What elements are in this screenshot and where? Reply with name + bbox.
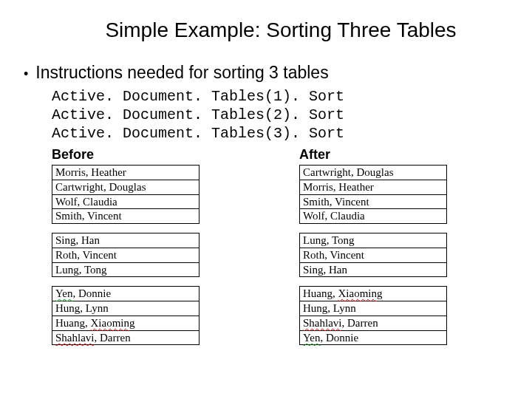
bullet-text: Instructions needed for sorting 3 tables (35, 63, 328, 83)
columns-wrapper: Before Morris, Heather Cartwright, Dougl… (52, 147, 510, 354)
cell-text: Huang, (303, 287, 338, 299)
table-row: Hung, Lynn (300, 301, 447, 316)
cell: Yen, Donnie (300, 330, 447, 345)
cell: Smith, Vincent (300, 194, 447, 209)
cell: Lung, Tong (52, 262, 200, 277)
table-row: Huang, Xiaoming (52, 316, 200, 330)
spell-marker: Xiaoming (338, 287, 383, 299)
table-row: Roth, Vincent (52, 248, 200, 262)
after-header: After (299, 147, 495, 163)
cell: Sing, Han (300, 262, 447, 277)
table-row: Huang, Xiaoming (300, 287, 447, 301)
table-row: Yen, Donnie (52, 287, 200, 301)
code-block: Active. Document. Tables(1). Sort Active… (52, 87, 510, 143)
table-row: Wolf, Claudia (52, 194, 200, 209)
spell-marker: Shahlavi (55, 332, 95, 344)
before-table-2: Sing, Han Roth, Vincent Lung, Tong (52, 233, 200, 277)
table-row: Smith, Vincent (300, 194, 447, 209)
table-row: Lung, Tong (52, 262, 200, 277)
slide-title: Simple Example: Sorting Three Tables (22, 18, 510, 42)
cell: Roth, Vincent (52, 248, 200, 262)
after-table-3: Huang, Xiaoming Hung, Lynn Shahlavi, Dar… (299, 286, 447, 345)
before-table-1: Morris, Heather Cartwright, Douglas Wolf… (52, 165, 200, 224)
table-row: Hung, Lynn (52, 301, 200, 316)
before-header: Before (52, 147, 248, 163)
table-row: Shahlavi, Darren (300, 316, 447, 330)
table-row: Morris, Heather (52, 166, 200, 180)
cell: Hung, Lynn (52, 301, 200, 316)
cell: Huang, Xiaoming (52, 316, 200, 330)
table-row: Sing, Han (52, 233, 200, 248)
cell: Morris, Heather (300, 180, 447, 194)
before-table-3: Yen, Donnie Hung, Lynn Huang, Xiaoming S… (52, 286, 200, 345)
cell: Wolf, Claudia (300, 209, 447, 224)
cell-text: , Donnie (321, 332, 359, 344)
cell: Morris, Heather (52, 166, 200, 180)
cell: Shahlavi, Darren (52, 330, 200, 345)
cell: Lung, Tong (300, 233, 447, 248)
table-row: Shahlavi, Darren (52, 330, 200, 345)
after-column: After Cartwright, Douglas Morris, Heathe… (299, 147, 495, 354)
cell-text: Huang, (55, 317, 91, 329)
table-row: Morris, Heather (300, 180, 447, 194)
cell: Smith, Vincent (52, 209, 200, 224)
cell: Shahlavi, Darren (300, 316, 447, 330)
table-row: Yen, Donnie (300, 330, 447, 345)
table-row: Cartwright, Douglas (300, 166, 447, 180)
cell: Yen, Donnie (52, 287, 200, 301)
cell-text: , Darren (342, 317, 378, 329)
bullet-icon: • (24, 67, 28, 81)
before-column: Before Morris, Heather Cartwright, Dougl… (52, 147, 248, 354)
cell-text: , Darren (95, 332, 131, 344)
table-row: Sing, Han (300, 262, 447, 277)
code-line-3: Active. Document. Tables(3). Sort (52, 124, 510, 143)
spell-marker: Shahlavi (303, 317, 342, 329)
table-row: Roth, Vincent (300, 248, 447, 262)
cell: Hung, Lynn (300, 301, 447, 316)
proof-marker: Yen (303, 332, 321, 344)
table-row: Lung, Tong (300, 233, 447, 248)
proof-marker: Yen (55, 287, 73, 299)
cell-text: , Donnie (73, 287, 112, 299)
after-table-2: Lung, Tong Roth, Vincent Sing, Han (299, 233, 447, 277)
table-row: Cartwright, Douglas (52, 180, 200, 194)
cell: Roth, Vincent (300, 248, 447, 262)
cell: Wolf, Claudia (52, 194, 200, 209)
cell: Cartwright, Douglas (52, 180, 200, 194)
code-line-2: Active. Document. Tables(2). Sort (52, 106, 510, 124)
table-row: Smith, Vincent (52, 209, 200, 224)
cell: Sing, Han (52, 233, 200, 248)
spell-marker: Xiaoming (91, 317, 135, 329)
after-table-1: Cartwright, Douglas Morris, Heather Smit… (299, 165, 447, 224)
table-row: Wolf, Claudia (300, 209, 447, 224)
cell: Cartwright, Douglas (300, 166, 447, 180)
cell: Huang, Xiaoming (300, 287, 447, 301)
code-line-1: Active. Document. Tables(1). Sort (52, 87, 510, 106)
bullet-item: • Instructions needed for sorting 3 tabl… (24, 63, 510, 83)
